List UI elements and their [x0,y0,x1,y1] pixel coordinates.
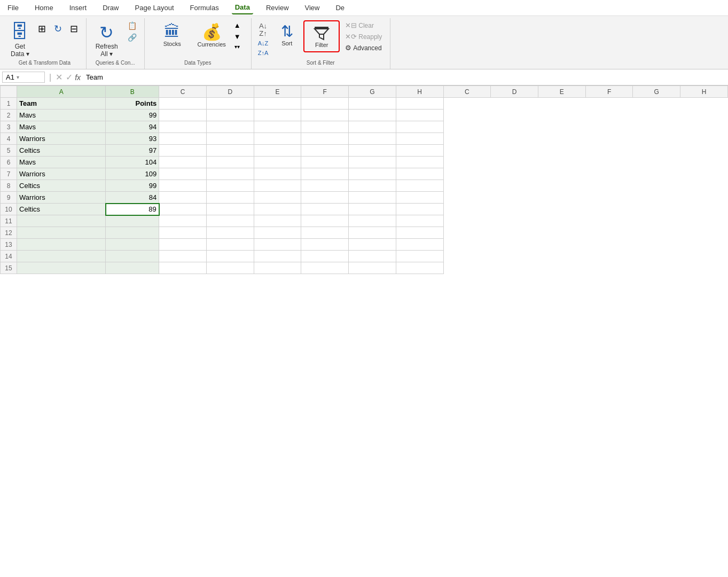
cell-empty-9-7[interactable] [396,204,443,215]
refresh-small-btn[interactable]: ↻ [51,21,66,36]
cell-empty-7-6[interactable] [349,180,396,192]
cell-empty-4-6[interactable] [349,145,396,157]
cell-empty-12-3[interactable] [206,239,254,251]
cell-empty-4-4[interactable] [254,145,301,157]
cell-empty-11-7[interactable] [396,227,443,239]
col-header-G[interactable]: G [349,86,396,98]
cell-B15[interactable] [106,262,159,274]
cell-empty-1-2[interactable] [159,110,207,121]
cell-empty-4-2[interactable] [159,145,207,157]
cell-empty-5-5[interactable] [301,157,349,168]
col-header-C[interactable]: C [443,86,491,98]
cell-empty-8-5[interactable] [301,192,349,204]
cell-A2[interactable]: Mavs [17,110,106,121]
stocks-button[interactable]: 🏛 Stocks [153,20,191,49]
cell-empty-7-7[interactable] [396,180,443,192]
col-header-H[interactable]: H [396,86,443,98]
cell-empty-10-6[interactable] [349,215,396,227]
cell-empty-6-7[interactable] [396,168,443,180]
cell-empty-12-7[interactable] [396,239,443,251]
cell-empty-7-3[interactable] [206,180,254,192]
cell-A11[interactable] [17,215,106,227]
cell-empty-11-3[interactable] [206,227,254,239]
menu-view[interactable]: View [302,2,323,14]
cell-B2[interactable]: 99 [106,110,159,121]
cell-B11[interactable] [106,215,159,227]
cell-empty-6-5[interactable] [301,168,349,180]
menu-home[interactable]: Home [32,2,57,14]
dt-expand-btn[interactable]: ▾▾ [232,43,242,51]
cell-empty-3-4[interactable] [254,133,301,145]
dt-up-btn[interactable]: ▲ [232,20,242,30]
cell-B10[interactable]: 89 [106,204,159,215]
cell-empty-12-5[interactable] [301,239,349,251]
cell-empty-1-7[interactable] [396,110,443,121]
cell-empty-6-3[interactable] [206,168,254,180]
refresh-all-button[interactable]: ↻ RefreshAll ▾ [91,20,123,60]
cell-empty-2-4[interactable] [254,121,301,133]
cell-reference-box[interactable]: A1 ▾ [2,72,45,83]
cell-empty-5-2[interactable] [159,157,207,168]
col-header-E[interactable]: E [538,86,585,98]
grid-small-btn[interactable]: ⊟ [67,21,82,36]
cell-empty-13-6[interactable] [349,251,396,262]
confirm-formula-icon[interactable]: ✓ [66,72,73,82]
col-header-D[interactable]: D [206,86,254,98]
cell-B9[interactable]: 84 [106,192,159,204]
cell-B4[interactable]: 93 [106,133,159,145]
menu-draw[interactable]: Draw [99,2,122,14]
cell-ref-dropdown-icon[interactable]: ▾ [17,74,19,80]
cell-B3[interactable]: 94 [106,121,159,133]
cell-B12[interactable] [106,227,159,239]
cell-empty-6-2[interactable] [159,168,207,180]
cell-empty-3-5[interactable] [301,133,349,145]
menu-file[interactable]: File [4,2,22,14]
clear-button[interactable]: ✕⊟ Clear [343,20,384,30]
cell-empty-9-4[interactable] [254,204,301,215]
get-data-button[interactable]: 🗄 GetData ▾ [7,20,33,60]
cell-A1[interactable]: Team [17,98,106,110]
cell-empty-13-7[interactable] [396,251,443,262]
sort-button[interactable]: ⇅ Sort [273,20,300,49]
col-header-E[interactable]: E [254,86,301,98]
cell-empty-11-4[interactable] [254,227,301,239]
cell-empty-10-3[interactable] [206,215,254,227]
cell-empty-11-6[interactable] [349,227,396,239]
col-header-G[interactable]: G [633,86,680,98]
cell-A15[interactable] [17,262,106,274]
cell-empty-0-6[interactable] [349,98,396,110]
cell-A7[interactable]: Warriors [17,168,106,180]
cell-B13[interactable] [106,239,159,251]
cell-empty-5-4[interactable] [254,157,301,168]
cell-A6[interactable]: Mavs [17,157,106,168]
menu-data[interactable]: Data [232,1,253,14]
edit-links-btn[interactable]: 🔗 [125,32,140,43]
cell-empty-7-2[interactable] [159,180,207,192]
cell-empty-2-2[interactable] [159,121,207,133]
cell-B5[interactable]: 97 [106,145,159,157]
cell-empty-6-6[interactable] [349,168,396,180]
cell-empty-4-7[interactable] [396,145,443,157]
cell-empty-14-5[interactable] [301,262,349,274]
cell-empty-4-5[interactable] [301,145,349,157]
cell-empty-4-3[interactable] [206,145,254,157]
table-small-btn[interactable]: ⊞ [35,21,50,36]
cell-empty-10-5[interactable] [301,215,349,227]
cell-B7[interactable]: 109 [106,168,159,180]
cell-empty-7-5[interactable] [301,180,349,192]
cell-empty-0-4[interactable] [254,98,301,110]
cell-empty-7-4[interactable] [254,180,301,192]
cell-empty-1-5[interactable] [301,110,349,121]
cell-empty-13-5[interactable] [301,251,349,262]
cell-A3[interactable]: Mavs [17,121,106,133]
cell-B6[interactable]: 104 [106,157,159,168]
cell-A9[interactable]: Warriors [17,192,106,204]
col-header-F[interactable]: F [585,86,633,98]
cell-empty-13-2[interactable] [159,251,207,262]
cell-empty-5-3[interactable] [206,157,254,168]
cell-empty-14-2[interactable] [159,262,207,274]
cell-empty-2-7[interactable] [396,121,443,133]
cell-empty-12-6[interactable] [349,239,396,251]
reapply-button[interactable]: ✕⟳ Reapply [343,32,384,42]
cell-empty-14-4[interactable] [254,262,301,274]
